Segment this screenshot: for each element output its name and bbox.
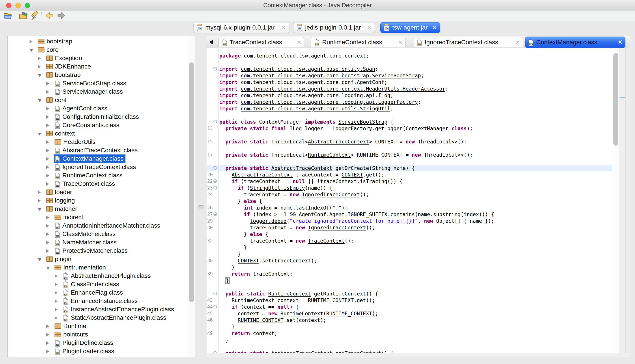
code-line[interactable] xyxy=(207,112,612,118)
tree-item[interactable]: pointcuts xyxy=(8,330,196,339)
tree-item[interactable]: 010PluginDefine.class xyxy=(8,339,196,347)
code-link[interactable]: RUNTIME_CONTEXT xyxy=(326,311,372,316)
fold-minus-icon[interactable]: − xyxy=(213,66,218,72)
fold-minus-icon[interactable]: − xyxy=(213,118,218,125)
code-line[interactable]: − public static RuntimeContext getRuntim… xyxy=(207,290,612,297)
chevron-right-icon[interactable] xyxy=(46,350,49,353)
fold-minus-icon[interactable]: − xyxy=(213,185,218,191)
chevron-down-icon[interactable] xyxy=(38,258,42,261)
tree-item[interactable]: logging xyxy=(8,196,196,205)
code-line[interactable] xyxy=(207,145,612,152)
chevron-right-icon[interactable] xyxy=(55,283,58,286)
code-line[interactable]: package com.tencent.cloud.tsw.agent.core… xyxy=(207,52,612,59)
chevron-down-icon[interactable] xyxy=(38,208,42,211)
code-link[interactable]: com.tencent.cloud.tsw.agent.core.conf.Ag… xyxy=(241,79,384,85)
code-link[interactable]: com.tencent.cloud.tsw.agent.core.context… xyxy=(241,86,445,92)
chevron-right-icon[interactable] xyxy=(46,324,49,328)
tree-item[interactable]: matcher xyxy=(8,205,196,213)
chevron-down-icon[interactable] xyxy=(38,99,42,102)
search-icon[interactable] xyxy=(30,11,39,20)
tree-item[interactable]: plugin xyxy=(8,255,196,263)
code-line[interactable]: import com.tencent.cloud.tsw.agent.core.… xyxy=(207,99,612,105)
code-link[interactable]: RuntimeContext xyxy=(280,311,323,316)
code-link[interactable]: AbstractTraceContext xyxy=(271,165,332,171)
tree-item[interactable]: 010ClassFinder.class xyxy=(8,280,196,288)
code-line[interactable]: 15 private static ThreadLocal<AbstractTr… xyxy=(207,138,612,145)
code-line[interactable]: } xyxy=(207,244,612,251)
code-line[interactable]: import com.tencent.cloud.tsw.agent.core.… xyxy=(207,105,612,112)
editor-scrollbar[interactable] xyxy=(612,48,619,353)
chevron-down-icon[interactable] xyxy=(38,133,42,136)
chevron-right-icon[interactable] xyxy=(46,333,49,336)
tree-item[interactable]: 010InstanceAbstractEnhancePlugin.class xyxy=(8,305,196,314)
code-link[interactable]: ServiceBootStrap xyxy=(338,119,387,125)
code-line[interactable]: } xyxy=(207,251,612,257)
close-icon[interactable]: ✕ xyxy=(398,40,403,45)
code-link[interactable]: AbstractTraceContext xyxy=(232,172,293,178)
code-line[interactable]: 45 context = new RuntimeContext(RUNTIME_… xyxy=(207,310,612,317)
code-line[interactable]: −import com.tencent.cloud.tsw.agent.base… xyxy=(207,66,612,72)
code-line[interactable]: } else { xyxy=(207,198,612,204)
code-link[interactable]: AbstractTraceContext xyxy=(271,350,332,353)
forward-icon[interactable] xyxy=(56,11,66,20)
code-line[interactable]: import com.tencent.cloud.tsw.agent.core.… xyxy=(207,86,612,92)
tree-item[interactable]: 010ServiceBootStrap.class xyxy=(8,79,196,88)
code-line[interactable]: import com.tencent.cloud.tsw.agent.core.… xyxy=(207,92,612,99)
chevron-right-icon[interactable] xyxy=(46,115,49,119)
fold-minus-icon[interactable]: − xyxy=(213,290,218,297)
chevron-down-icon[interactable] xyxy=(30,49,33,52)
tree-item[interactable]: 010StaticAbstractEnhancePlugin.class xyxy=(8,314,196,322)
code-link[interactable]: LoggerFactory.getLogger xyxy=(332,126,403,131)
code-line[interactable] xyxy=(207,132,612,138)
tree-item[interactable]: indirect xyxy=(8,213,196,222)
code-link[interactable]: CONTEXT xyxy=(238,258,259,264)
code-line[interactable]: 49 return context; xyxy=(207,330,612,337)
close-icon[interactable]: ✕ xyxy=(281,25,286,30)
code-link[interactable]: isTracing xyxy=(360,178,387,184)
chevron-right-icon[interactable] xyxy=(55,291,58,294)
tree-item[interactable]: Runtime xyxy=(8,322,196,330)
code-link[interactable]: ILog xyxy=(290,126,302,131)
chevron-right-icon[interactable] xyxy=(55,274,58,278)
chevron-right-icon[interactable] xyxy=(46,216,49,219)
chevron-down-icon[interactable] xyxy=(38,74,42,77)
code-line[interactable]: } xyxy=(207,337,612,343)
code-line[interactable]: 22− if (traceContext == null || !traceCo… xyxy=(207,178,612,185)
open-file-icon[interactable] xyxy=(3,11,13,20)
class-tab[interactable]: 010ContextManager.class✕ xyxy=(525,36,625,48)
title-bar[interactable]: ContextManager.class - Java Decompiler xyxy=(0,0,635,11)
code-line[interactable]: } xyxy=(207,324,612,330)
chevron-right-icon[interactable] xyxy=(46,166,49,169)
code-link[interactable]: StringUtil.isEmpty xyxy=(250,185,305,191)
tree-item[interactable]: 010AbstractTraceContext.class xyxy=(8,146,196,154)
tree-item[interactable]: core xyxy=(8,46,196,54)
code-line[interactable] xyxy=(207,284,612,290)
jar-tab[interactable]: 010tsw-agent.jar✕ xyxy=(380,22,440,33)
code-line[interactable]: 13 private static final ILog logger = Lo… xyxy=(207,125,612,132)
fold-minus-icon[interactable]: − xyxy=(213,304,218,310)
code-link[interactable]: AbstractTraceContext xyxy=(308,139,369,144)
code-line[interactable]: 29 logger.debug("create ignoredTraceCont… xyxy=(207,218,612,224)
jar-tab[interactable]: 010jedis-plugin-0.0.1.jar✕ xyxy=(293,22,375,33)
tree-item[interactable]: 010RuntimeContext.class xyxy=(8,171,196,180)
code-line[interactable]: 30 traceContext = new IgnoredTraceContex… xyxy=(207,224,612,231)
code-line[interactable] xyxy=(207,158,612,165)
tree-scrollbar-thumb[interactable] xyxy=(189,62,194,302)
code-link[interactable]: RUNTIME_CONTEXT xyxy=(238,317,284,323)
chevron-right-icon[interactable] xyxy=(46,82,49,85)
chevron-right-icon[interactable] xyxy=(38,199,41,202)
tree-item[interactable]: 010EnhancedInstance.class xyxy=(8,297,196,305)
tree-item[interactable]: 010EnhanceFlag.class xyxy=(8,288,196,297)
code-line[interactable]: 26 int index = name.lastIndexOf("."); xyxy=(207,204,612,211)
chevron-right-icon[interactable] xyxy=(46,249,49,253)
chevron-right-icon[interactable] xyxy=(55,316,58,320)
chevron-right-icon[interactable] xyxy=(46,241,49,244)
fold-minus-icon[interactable]: − xyxy=(213,178,218,185)
code-line[interactable]: 44− if (context == null) { xyxy=(207,304,612,310)
tree-item[interactable]: 010ClassMatcher.class xyxy=(8,230,196,238)
close-icon[interactable]: ✕ xyxy=(432,25,437,30)
chevron-right-icon[interactable] xyxy=(46,140,49,144)
chevron-right-icon[interactable] xyxy=(38,57,41,60)
code-link[interactable]: com.tencent.cloud.tsw.agent.core.logging… xyxy=(241,99,418,105)
code-line[interactable]: 27− if (index > -1 && AgentConf.Agent.IG… xyxy=(207,211,612,218)
